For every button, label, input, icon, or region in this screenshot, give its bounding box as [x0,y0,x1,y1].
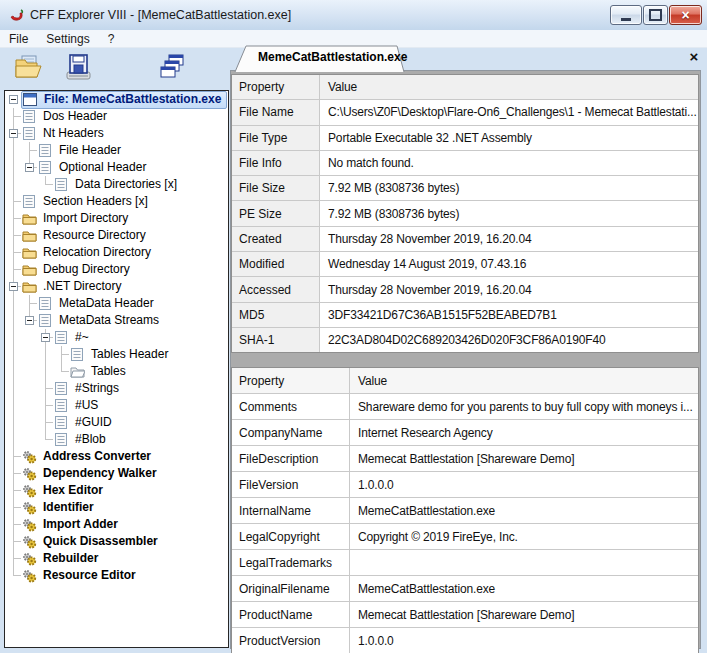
tree-item[interactable]: Data Directories [x] [5,176,228,193]
tree-item[interactable]: Quick Disassembler [5,533,228,550]
minimize-button[interactable] [610,5,642,25]
table-row[interactable]: AccessedThursday 28 November 2019, 16.20… [232,277,698,302]
collapse-expander-icon[interactable] [9,129,18,138]
document-tab[interactable]: MemeCatBattlestation.exe [258,50,407,64]
close-tab-icon[interactable]: × [687,49,701,63]
table-row[interactable]: CreatedThursday 28 November 2019, 16.20.… [232,227,698,252]
collapse-expander-icon[interactable] [25,163,34,172]
collapse-expander-icon[interactable] [9,282,18,291]
menu-settings[interactable]: Settings [37,32,98,46]
tree-item[interactable]: Optional Header [5,159,228,176]
tree-item[interactable]: MetaData Header [5,295,228,312]
tree-guide [21,329,37,346]
save-file-button[interactable] [62,51,94,83]
tree-item[interactable]: Section Headers [x] [5,193,228,210]
tree-item[interactable]: Address Converter [5,448,228,465]
table-row[interactable]: File Size7.92 MB (8308736 bytes) [232,176,698,201]
table-row[interactable]: PE Size7.92 MB (8308736 bytes) [232,201,698,226]
menu-help[interactable]: ? [99,32,124,46]
tree-guide [5,125,21,142]
title-bar[interactable]: CFF Explorer VIII - [MemeCatBattlestatio… [0,0,707,30]
windows-cascade-button[interactable] [156,51,188,83]
gears-icon [21,551,37,567]
value-cell: Thursday 28 November 2019, 16.20.04 [320,227,698,251]
tree-item[interactable]: Nt Headers [5,125,228,142]
tree-guide [21,397,37,414]
gears-icon [21,500,37,516]
tree-item[interactable]: Tables [5,363,228,380]
tree-item[interactable]: Hex Editor [5,482,228,499]
gears-icon [21,568,37,584]
table-row[interactable]: CommentsShareware demo for you parents t… [232,394,698,420]
tree-item[interactable]: Resource Directory [5,227,228,244]
tree-guide [5,91,21,108]
tree-item[interactable]: Import Directory [5,210,228,227]
collapse-expander-icon[interactable] [25,316,34,325]
table-row[interactable]: InternalNameMemeCatBattlestation.exe [232,498,698,524]
tree-guide [37,346,53,363]
table-row[interactable]: MD53DF33421D67C36AB1515F52BEABED7B1 [232,303,698,328]
doc-icon [21,109,37,125]
tree-item[interactable]: #Blob [5,431,228,448]
tree-item[interactable]: Dos Header [5,108,228,125]
table-row[interactable]: File NameC:\Users\Z0F\Desktop\Flare-On6_… [232,100,698,125]
structure-tree-panel: File: MemeCatBattlestation.exeDos Header… [4,90,229,648]
tree-guide [5,516,21,533]
close-button[interactable]: × [669,5,702,25]
tree-item[interactable]: Dependency Walker [5,465,228,482]
tree-item-label: Section Headers [x] [40,194,151,209]
table-row[interactable]: File InfoNo match found. [232,151,698,176]
tree-guide [5,448,21,465]
tree-item[interactable]: Import Adder [5,516,228,533]
version-info-table: PropertyValueCommentsShareware demo for … [231,367,699,653]
tree-item[interactable]: File: MemeCatBattlestation.exe [5,91,228,108]
menu-file[interactable]: File [0,32,37,46]
tree-item[interactable]: #GUID [5,414,228,431]
table-row[interactable]: ProductNameMemecat Battlestation [Sharew… [232,602,698,628]
table-row[interactable]: FileDescriptionMemecat Battlestation [Sh… [232,446,698,472]
tree-item-label: MetaData Header [56,296,157,311]
tree-item[interactable]: Debug Directory [5,261,228,278]
minimize-icon [621,18,631,21]
tree-guide [21,431,37,448]
collapse-expander-icon[interactable] [9,95,18,104]
table-row[interactable]: ModifiedWednesday 14 August 2019, 07.43.… [232,252,698,277]
tree-item[interactable]: Resource Editor [5,567,228,584]
property-cell: OriginalFilename [232,576,350,601]
open-folder-icon [13,53,43,81]
property-column-header: Property [232,368,350,393]
tree-item[interactable]: Identifier [5,499,228,516]
tree-item[interactable]: #~ [5,329,228,346]
value-cell: 7.92 MB (8308736 bytes) [320,176,698,200]
tree-guide [37,176,53,193]
table-row[interactable]: File TypePortable Executable 32 .NET Ass… [232,126,698,151]
tree-item-label: Resource Editor [40,568,139,583]
tree-item[interactable]: Rebuilder [5,550,228,567]
tree-item[interactable]: Relocation Directory [5,244,228,261]
collapse-expander-icon[interactable] [41,333,50,342]
tree-item[interactable]: Tables Header [5,346,228,363]
table-row[interactable]: LegalTrademarks [232,550,698,576]
maximize-button[interactable] [643,5,668,25]
table-row[interactable]: FileVersion1.0.0.0 [232,472,698,498]
tree-item[interactable]: File Header [5,142,228,159]
value-column-header: Value [350,368,698,393]
open-file-button[interactable] [12,51,44,83]
property-cell: File Name [232,100,320,124]
table-row[interactable]: SHA-122C3AD804D02C689203426D020F3CF86A01… [232,328,698,352]
table-row[interactable]: LegalCopyrightCopyright © 2019 FireEye, … [232,524,698,550]
doc-icon [53,330,69,346]
table-row[interactable]: OriginalFilenameMemeCatBattlestation.exe [232,576,698,602]
tree-item[interactable]: #Strings [5,380,228,397]
document-pane: PropertyValueFile NameC:\Users\Z0F\Deskt… [230,70,701,649]
doc-icon [69,347,85,363]
table-row[interactable]: ProductVersion1.0.0.0 [232,628,698,653]
tree-guide [37,380,53,397]
table-row[interactable]: CompanyNameInternet Research Agency [232,420,698,446]
tree-item[interactable]: MetaData Streams [5,312,228,329]
tree-item[interactable]: #US [5,397,228,414]
doc-icon [37,143,53,159]
tree-item[interactable]: .NET Directory [5,278,228,295]
value-cell: MemeCatBattlestation.exe [350,576,698,601]
tree-guide [21,380,37,397]
